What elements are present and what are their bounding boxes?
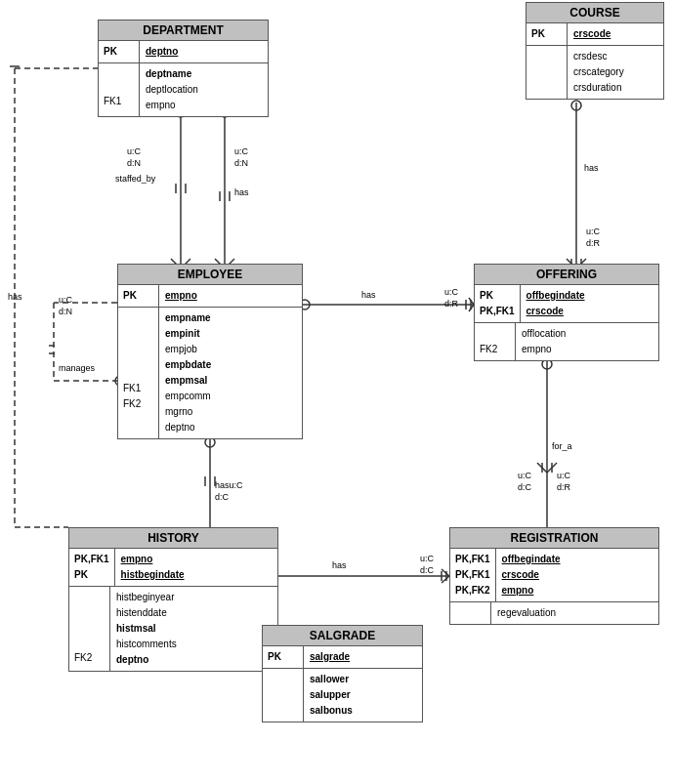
offering-attr-2: empno — [522, 342, 566, 357]
reg-pk2-label: PK,FK1 — [455, 567, 490, 583]
history-pk1-value: empno — [121, 552, 185, 567]
dn3-label: d:N — [59, 307, 72, 316]
course-entity: COURSE PK crscode crsdesc crscategory cr… — [526, 2, 664, 100]
salgrade-attr-3: salbonus — [310, 703, 353, 719]
registration-entity: REGISTRATION PK,FK1 PK,FK1 PK,FK2 offbeg… — [449, 527, 659, 625]
offering-fk2-label: FK2 — [480, 342, 510, 357]
salgrade-attr-pk-spacer — [263, 669, 304, 722]
course-pk-field: crscode — [568, 23, 616, 45]
history-pk2-label: PK — [74, 567, 109, 583]
emp-fk-col: FK1 FK2 — [118, 308, 159, 438]
history-pk-fields: empno histbegindate — [115, 549, 190, 586]
dept-attrs: FK1 deptname deptlocation empno — [99, 62, 268, 116]
for-a-label: for_a — [552, 441, 572, 451]
salgrade-attr-2: salupper — [310, 687, 353, 703]
uc6-label: u:C — [557, 471, 571, 480]
dept-pk-field: deptno — [140, 41, 184, 62]
reg-pk3-label: PK,FK2 — [455, 583, 490, 598]
reg-attr-fields: regevaluation — [491, 602, 562, 624]
emp-attr-5: empmsal — [165, 373, 211, 389]
offering-pk2-label: PK,FK1 — [480, 304, 515, 319]
history-attrs: FK2 histbeginyear histenddate histmsal h… — [69, 586, 277, 671]
salgrade-pk-value: salgrade — [310, 649, 350, 665]
uc7-label: u:C — [518, 471, 532, 480]
course-pk-value: crscode — [573, 26, 611, 42]
has-emp-off-label: has — [361, 290, 376, 300]
salgrade-entity: SALGRADE PK salgrade sallower salupper s… — [262, 625, 423, 722]
manages-label: manages — [59, 363, 96, 373]
offering-pk-fields: offbegindate crscode — [521, 285, 591, 322]
offering-fk-col: FK2 — [475, 323, 516, 360]
emp-attr-6: empcomm — [165, 389, 211, 404]
offering-pk1-label: PK — [480, 288, 515, 304]
emp-pk-col: PK — [118, 285, 159, 307]
dr5-label: d:R — [586, 238, 601, 248]
history-attr-4: histcomments — [116, 637, 177, 652]
emp-attrs: FK1 FK2 empname empinit empjob empbdate … — [118, 307, 302, 438]
salgrade-pk-field: salgrade — [304, 646, 356, 668]
salgrade-attrs: sallower salupper salbonus — [263, 668, 422, 722]
uc2-label: u:C — [234, 146, 249, 156]
offering-pk-col: PK PK,FK1 — [475, 285, 521, 322]
uc1-label: u:C — [127, 146, 142, 156]
reg-pk3-value: empno — [502, 583, 561, 598]
history-attr-1: histbeginyear — [116, 590, 177, 605]
emp-attr-7: mgrno — [165, 404, 211, 420]
history-pk2-value: histbegindate — [121, 567, 185, 583]
department-entity: DEPARTMENT PK deptno FK1 deptname deptlo… — [98, 20, 269, 117]
emp-attr-8: deptno — [165, 420, 211, 435]
dc-label: d:C — [215, 492, 230, 502]
emp-pk-value: empno — [165, 288, 197, 304]
course-attr-3: crsduration — [573, 80, 624, 96]
history-pk1-label: PK,FK1 — [74, 552, 109, 567]
dn1-label: d:N — [127, 158, 141, 168]
has-dept-label: has — [234, 187, 249, 197]
course-title: COURSE — [527, 3, 663, 23]
history-fk2-label: FK2 — [74, 650, 105, 666]
svg-line-52 — [442, 569, 449, 576]
dept-attr-fields: deptname deptlocation empno — [140, 63, 204, 116]
dr4-label: d:R — [444, 299, 459, 309]
dn2-label: d:N — [234, 158, 248, 168]
has-course-label: has — [584, 163, 599, 173]
employee-entity: EMPLOYEE PK empno FK1 FK2 empname empini… — [117, 264, 303, 439]
offering-entity: OFFERING PK PK,FK1 offbegindate crscode … — [474, 264, 659, 361]
course-attr-pk-spacer — [527, 46, 568, 99]
history-attr-3: histmsal — [116, 621, 177, 637]
history-attr-5: deptno — [116, 652, 177, 668]
uc3-label: u:C — [59, 295, 73, 305]
dc7-label: d:C — [518, 482, 532, 492]
dept-pk-value: deptno — [146, 44, 178, 60]
dept-pk-col: PK — [99, 41, 140, 62]
emp-fk2-label: FK2 — [123, 396, 153, 412]
dept-pk-label: PK — [104, 44, 134, 60]
emp-attr-3: empjob — [165, 342, 211, 357]
course-pk-label: PK — [531, 26, 562, 42]
dept-attr-2: deptlocation — [146, 82, 198, 98]
staffed-by-label: staffed_by — [115, 174, 156, 184]
reg-pk-fields: offbegindate crscode empno — [496, 549, 567, 601]
emp-attr-2: empinit — [165, 326, 211, 342]
reg-attr-1: regevaluation — [497, 605, 556, 621]
uc5-label: u:C — [586, 227, 601, 236]
history-fk-col: FK2 — [69, 587, 110, 671]
has-hist-reg-label: has — [332, 560, 347, 570]
offering-title: OFFERING — [475, 265, 658, 285]
offering-attr-fields: offlocation empno — [516, 323, 571, 360]
emp-attr-fields: empname empinit empjob empbdate empmsal … — [159, 308, 217, 438]
history-pk-col: PK,FK1 PK — [69, 549, 115, 586]
hasu-c-label: hasu:C — [215, 480, 243, 490]
dept-attr-3: empno — [146, 98, 198, 113]
erd-diagram: staffed_by u:C d:N has u:C d:N has manag… — [0, 0, 674, 784]
uc8-label: u:C — [420, 554, 435, 563]
reg-attrs: regevaluation — [450, 601, 658, 624]
has-left-label: has — [8, 292, 22, 302]
course-attr-1: crsdesc — [573, 49, 624, 64]
offering-attrs: FK2 offlocation empno — [475, 322, 658, 360]
emp-title: EMPLOYEE — [118, 265, 302, 285]
course-attrs: crsdesc crscategory crsduration — [527, 45, 663, 99]
svg-line-53 — [442, 576, 449, 583]
salgrade-attr-1: sallower — [310, 672, 353, 687]
emp-fk1-label: FK1 — [123, 381, 153, 396]
history-attr-fields: histbeginyear histenddate histmsal histc… — [110, 587, 183, 671]
